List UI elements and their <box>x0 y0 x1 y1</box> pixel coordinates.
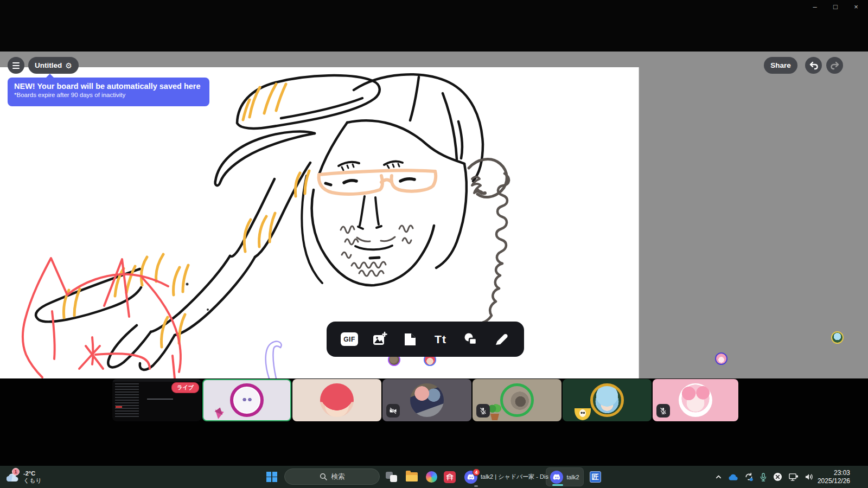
weather-notification-badge: 1 <box>12 468 20 476</box>
live-badge: ライブ <box>171 382 199 393</box>
takumi-app-button[interactable]: 匠 <box>588 466 603 488</box>
sticker-button[interactable] <box>398 328 422 351</box>
microphone-tray-button[interactable] <box>760 473 767 481</box>
clock-date: 2025/12/26 <box>818 477 850 485</box>
discord-window: – □ × <box>0 0 868 488</box>
microphone-icon <box>760 473 767 481</box>
gif-icon: GIF <box>341 332 358 346</box>
undo-icon <box>809 61 819 70</box>
maximize-button[interactable]: □ <box>828 1 843 12</box>
folder-icon <box>406 472 418 481</box>
discord-icon <box>550 471 563 484</box>
redo-button[interactable] <box>826 57 843 74</box>
speaker-icon <box>805 473 814 481</box>
close-button[interactable]: × <box>848 1 864 12</box>
text-tool-icon: Tt <box>435 333 446 346</box>
taskbar-search-input[interactable]: 検索 <box>284 468 380 485</box>
copilot-button[interactable] <box>422 466 441 488</box>
network-tray-button[interactable] <box>788 473 799 481</box>
whiteboard-canvas[interactable] <box>0 67 639 378</box>
taskbar-discord-window-1[interactable]: 4 talk2 | シャドバー家 - Dis <box>462 466 551 488</box>
system-tray <box>715 466 814 488</box>
mic-off-badge <box>476 404 490 418</box>
red-app-icon <box>444 471 456 483</box>
window-controls: – □ × <box>807 1 864 12</box>
weather-condition: くもり <box>23 477 42 484</box>
participant-tile[interactable] <box>653 379 738 421</box>
origami-decoration <box>215 407 226 419</box>
onedrive-tray-button[interactable] <box>728 473 738 481</box>
presence-avatar-4 <box>831 331 844 344</box>
media-toolbar: GIF Tt <box>327 322 524 357</box>
open-window-indicator <box>474 485 478 487</box>
task-view-icon <box>386 471 398 483</box>
screenshare-preview <box>112 379 201 382</box>
avatar <box>410 383 444 417</box>
text-tool-button[interactable]: Tt <box>429 328 452 351</box>
task-view-button[interactable] <box>383 466 401 488</box>
ethernet-network-icon <box>788 473 799 481</box>
video-off-icon <box>389 407 397 415</box>
notification-badge: NEW! <box>14 82 35 91</box>
pencil-icon <box>494 332 508 346</box>
red-app-button[interactable] <box>441 466 459 488</box>
tray-chevron-button[interactable] <box>715 473 722 480</box>
taskbar-clock[interactable]: 23:03 2025/12/26 <box>818 466 850 488</box>
sync-tray-button[interactable] <box>744 472 754 481</box>
avatar <box>230 383 264 417</box>
mic-off-icon <box>479 407 487 415</box>
save-notification: NEW! Your board will be automatically sa… <box>8 78 209 106</box>
start-button[interactable] <box>263 466 281 488</box>
participant-tile-speaking[interactable] <box>202 379 291 421</box>
participant-tile[interactable] <box>473 379 561 421</box>
shapes-icon <box>463 332 478 347</box>
shapes-button[interactable] <box>459 328 483 351</box>
participant-tile[interactable] <box>563 379 652 421</box>
x-circle-icon <box>773 472 782 481</box>
participant-tile[interactable] <box>382 379 471 421</box>
discord-icon: 4 <box>464 471 477 484</box>
discord-titlebar: – □ × <box>0 0 868 52</box>
discord-active-window-label: talk2 <box>566 474 579 480</box>
video-off-badge <box>386 404 400 418</box>
taskbar-discord-window-2-active[interactable]: talk2 <box>546 467 584 486</box>
pencil-button[interactable] <box>489 328 513 351</box>
takumi-app-icon: 匠 <box>590 471 601 483</box>
add-image-button[interactable] <box>368 328 392 351</box>
undo-button[interactable] <box>805 57 822 74</box>
participant-tile[interactable] <box>292 379 381 421</box>
chevron-up-icon <box>715 473 722 480</box>
sticker-note-icon <box>403 332 418 347</box>
mic-off-badge <box>656 404 670 418</box>
avatar <box>679 383 712 417</box>
presence-avatar-3 <box>715 352 727 365</box>
discord-window-label: talk2 | シャドバー家 - Dis <box>481 473 548 481</box>
mute-status-tray-button[interactable] <box>773 472 782 481</box>
onedrive-cloud-icon <box>728 473 738 481</box>
screenshare-tile[interactable]: ライブ <box>112 379 201 421</box>
copilot-icon <box>426 471 437 483</box>
sync-icon <box>744 472 754 481</box>
minimize-button[interactable]: – <box>807 1 822 12</box>
windows-logo-icon <box>266 472 277 483</box>
redo-icon <box>830 61 840 70</box>
notification-pointer <box>46 74 54 78</box>
banana-decoration <box>575 408 591 420</box>
avatar <box>320 383 354 417</box>
discord-notification-badge: 4 <box>473 468 480 476</box>
menu-button[interactable] <box>8 57 24 74</box>
share-button[interactable]: Share <box>764 57 797 74</box>
search-placeholder: 検索 <box>331 472 345 481</box>
add-image-icon <box>372 331 388 348</box>
search-icon <box>320 473 327 480</box>
file-explorer-button[interactable] <box>403 466 421 488</box>
weather-temperature: -2°C <box>23 470 42 477</box>
gif-button[interactable]: GIF <box>337 328 361 351</box>
weather-widget[interactable]: 1 -2°C くもり <box>5 466 42 488</box>
volume-tray-button[interactable] <box>805 473 814 481</box>
board-sketch <box>0 67 639 378</box>
clock-time: 23:03 <box>834 469 850 477</box>
board-title-button[interactable]: Untitled ⚙ <box>28 57 79 74</box>
notification-message: Your board will be automatically saved h… <box>37 82 200 91</box>
gear-icon: ⚙ <box>65 61 72 70</box>
